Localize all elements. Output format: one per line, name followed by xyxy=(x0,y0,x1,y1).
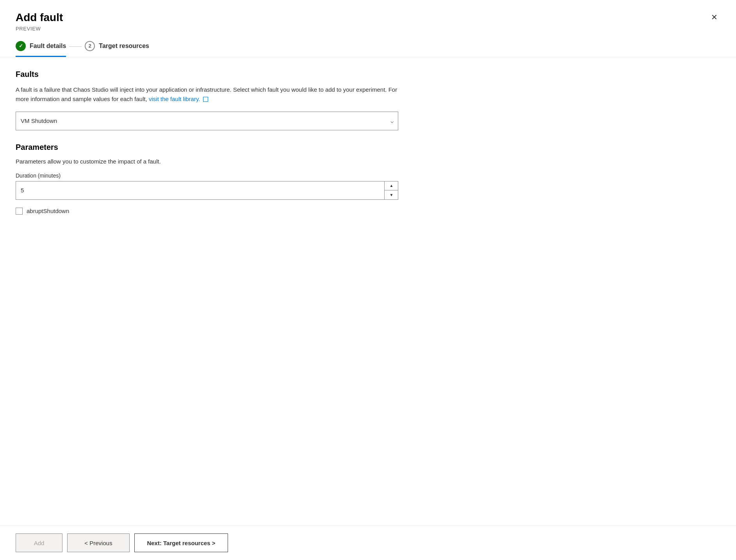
add-fault-dialog: Add fault PREVIEW ✕ ✓ Fault details 2 Ta… xyxy=(0,0,736,560)
tab-separator xyxy=(69,46,82,47)
abrupt-shutdown-checkbox[interactable] xyxy=(16,208,23,215)
wizard-tabs: ✓ Fault details 2 Target resources xyxy=(0,32,736,57)
tab-2-icon: 2 xyxy=(85,41,95,51)
tab-1-label: Fault details xyxy=(30,43,66,50)
dialog-header: Add fault PREVIEW ✕ xyxy=(0,0,736,32)
duration-input-wrapper: ▲ ▼ xyxy=(16,181,398,200)
abrupt-shutdown-label: abruptShutdown xyxy=(27,208,69,214)
parameters-section: Parameters Parameters allow you to custo… xyxy=(16,143,720,215)
external-link-icon xyxy=(203,97,208,102)
parameters-title: Parameters xyxy=(16,143,720,152)
duration-decrement-button[interactable]: ▼ xyxy=(385,190,398,200)
fault-select[interactable]: VM Shutdown CPU Pressure Memory Pressure… xyxy=(16,112,398,130)
duration-increment-button[interactable]: ▲ xyxy=(385,181,398,191)
fault-library-link[interactable]: visit the fault library. xyxy=(149,96,208,102)
abrupt-shutdown-row: abruptShutdown xyxy=(16,208,720,215)
tab-2-label: Target resources xyxy=(99,43,149,50)
dialog-subtitle: PREVIEW xyxy=(16,26,63,32)
dialog-content: Faults A fault is a failure that Chaos S… xyxy=(0,57,736,525)
duration-label: Duration (minutes) xyxy=(16,172,720,179)
dialog-footer: Add < Previous Next: Target resources > xyxy=(0,525,736,560)
faults-section: Faults A fault is a failure that Chaos S… xyxy=(16,70,720,130)
faults-description: A fault is a failure that Chaos Studio w… xyxy=(16,85,398,104)
title-group: Add fault PREVIEW xyxy=(16,11,63,32)
close-button[interactable]: ✕ xyxy=(708,11,720,23)
add-button[interactable]: Add xyxy=(16,533,62,552)
previous-button[interactable]: < Previous xyxy=(67,533,130,552)
duration-input[interactable] xyxy=(16,181,398,200)
tab-1-icon: ✓ xyxy=(16,41,26,51)
tab-target-resources[interactable]: 2 Target resources xyxy=(85,41,149,57)
params-description: Parameters allow you to customize the im… xyxy=(16,158,720,165)
faults-title: Faults xyxy=(16,70,720,79)
next-button[interactable]: Next: Target resources > xyxy=(134,533,228,552)
duration-spinner: ▲ ▼ xyxy=(384,181,398,200)
dialog-title: Add fault xyxy=(16,11,63,24)
tab-fault-details[interactable]: ✓ Fault details xyxy=(16,41,66,57)
fault-select-wrapper: VM Shutdown CPU Pressure Memory Pressure… xyxy=(16,112,398,130)
